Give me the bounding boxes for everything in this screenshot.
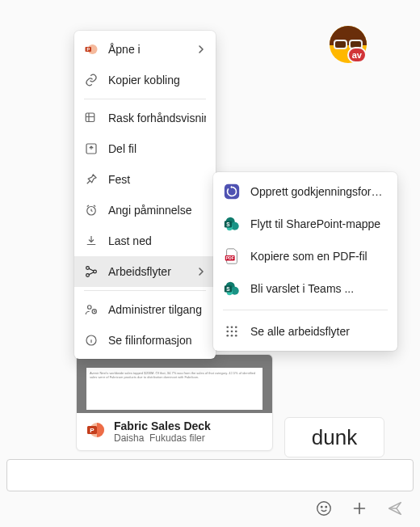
workflows-submenu: Opprett godkjenningsforespørsel S Flytt …: [213, 172, 397, 351]
menu-workflows[interactable]: Arbeidsflyter: [74, 256, 216, 287]
workflow-teams-alert[interactable]: S Bli varslet i Teams ...: [213, 272, 397, 305]
preview-icon: [84, 111, 99, 125]
file-context-menu: P Åpne i Kopier kobling Rask forhåndsvis…: [74, 31, 216, 359]
menu-quick-preview[interactable]: Rask forhåndsvisning: [74, 103, 216, 133]
workflow-icon: [84, 264, 99, 279]
menu-separator: [84, 290, 206, 291]
add-button[interactable]: [351, 500, 368, 517]
file-title: Fabric Sales Deck: [114, 419, 211, 432]
workflow-create-approval[interactable]: Opprett godkjenningsforespørsel: [213, 175, 397, 208]
submenu-label: Flytt til SharePoint-mappe: [250, 217, 388, 230]
svg-point-31: [226, 331, 229, 333]
svg-point-33: [235, 331, 237, 333]
approvals-icon: [223, 183, 241, 200]
apps-grid-icon: [223, 323, 241, 340]
svg-point-30: [235, 326, 237, 328]
menu-label: Se filinformasjon: [108, 334, 206, 347]
svg-text:PDF: PDF: [226, 255, 234, 260]
chevron-right-icon: [196, 44, 206, 54]
menu-share-file[interactable]: Del fil: [74, 133, 216, 164]
menu-file-info[interactable]: Se filinformasjon: [74, 325, 216, 356]
powerpoint-icon: P: [84, 42, 99, 57]
compose-input[interactable]: [6, 459, 414, 491]
chevron-right-icon: [196, 267, 206, 276]
menu-label: Åpne i: [108, 43, 187, 56]
svg-point-38: [321, 506, 322, 507]
svg-point-37: [317, 502, 331, 516]
file-attachment-card[interactable]: Avenir Next's worldwide sales topped $20…: [76, 354, 273, 451]
workflow-see-all[interactable]: Se alle arbeidsflyter: [213, 315, 397, 348]
menu-separator: [84, 99, 206, 99]
menu-open-in[interactable]: P Åpne i: [74, 34, 216, 65]
pin-icon: [84, 172, 99, 187]
menu-manage-access[interactable]: Administrer tilgang: [74, 294, 216, 325]
svg-rect-6: [86, 113, 94, 122]
submenu-label: Bli varslet i Teams ...: [250, 282, 388, 295]
menu-copy-link[interactable]: Kopier kobling: [74, 65, 216, 95]
manage-access-icon: [84, 302, 99, 317]
sharepoint-icon: S: [223, 215, 241, 233]
svg-point-28: [226, 326, 229, 328]
svg-point-34: [226, 335, 229, 337]
avatar-presence-badge: av: [347, 47, 367, 63]
menu-separator: [223, 310, 388, 310]
menu-label: Rask forhåndsvisning: [108, 112, 206, 124]
submenu-label: Kopiere som en PDF-fil: [250, 250, 388, 263]
menu-label: Fest: [108, 173, 206, 186]
workflow-move-sharepoint[interactable]: S Flytt til SharePoint-mappe: [213, 208, 397, 240]
svg-point-32: [231, 331, 233, 333]
svg-text:S: S: [226, 286, 230, 292]
workflow-copy-pdf[interactable]: PDF Kopiere som en PDF-fil: [213, 240, 397, 272]
pdf-icon: PDF: [223, 247, 241, 265]
svg-point-12: [88, 306, 92, 310]
menu-pin[interactable]: Fest: [74, 164, 216, 195]
message-bubble[interactable]: dunk: [284, 417, 384, 457]
menu-label: Del fil: [108, 142, 206, 155]
svg-text:S: S: [226, 221, 230, 227]
menu-download[interactable]: Last ned: [74, 226, 216, 256]
menu-label: Administrer tilgang: [108, 303, 206, 316]
menu-label: Angi påminnelse: [108, 204, 206, 217]
menu-label: Last ned: [108, 234, 206, 247]
submenu-label: Se alle arbeidsflyter: [250, 325, 388, 338]
clock-icon: [84, 203, 99, 217]
user-avatar[interactable]: av: [330, 26, 367, 63]
sharepoint-icon: S: [223, 280, 241, 297]
menu-label: Arbeidsflyter: [108, 265, 187, 278]
svg-point-36: [235, 335, 237, 337]
emoji-button[interactable]: [315, 500, 333, 517]
submenu-label: Opprett godkjenningsforespørsel: [250, 185, 388, 198]
file-subtitle: Daisha Fukudas filer: [114, 432, 211, 444]
menu-label: Kopier kobling: [108, 74, 206, 86]
svg-text:P: P: [86, 47, 90, 52]
svg-text:P: P: [90, 427, 94, 434]
svg-point-35: [231, 335, 233, 337]
powerpoint-icon: P: [85, 419, 106, 441]
svg-point-29: [231, 326, 233, 328]
download-icon: [84, 234, 99, 248]
svg-point-39: [326, 506, 326, 507]
menu-set-reminder[interactable]: Angi påminnelse: [74, 195, 216, 226]
compose-area: [6, 459, 414, 517]
file-thumbnail: Avenir Next's worldwide sales topped $20…: [77, 355, 272, 413]
share-icon: [84, 141, 99, 156]
link-icon: [84, 73, 99, 87]
send-button[interactable]: [386, 500, 404, 517]
info-icon: [84, 333, 99, 348]
